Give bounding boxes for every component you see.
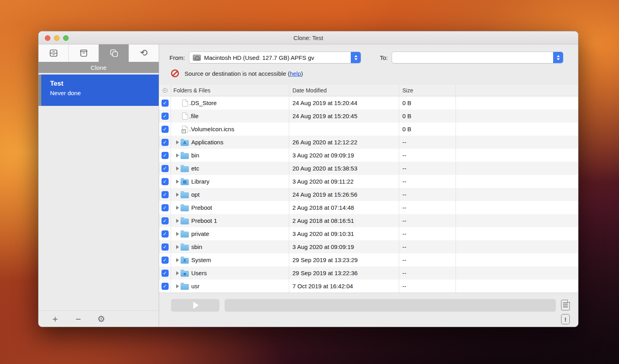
row-checkbox[interactable]: ✓ [161,243,169,251]
table-row[interactable]: ✓ Preboot 1 2 Aug 2018 at 08:16:51 -- [159,214,578,227]
item-date: 20 Aug 2020 at 15:38:53 [289,162,399,175]
row-checkbox[interactable]: ✓ [161,257,169,264]
sync-icon: ⟲ [140,48,148,57]
disclosure-triangle-icon[interactable] [174,271,181,275]
column-size[interactable]: Size [399,85,456,96]
item-size: 0 B [399,96,456,109]
table-row[interactable]: ✓ System 29 Sep 2019 at 13:23:29 -- [159,253,578,266]
item-size: -- [399,188,456,201]
checkmark-icon: ✓ [163,166,167,171]
item-icon [181,218,189,224]
item-size: -- [399,136,456,149]
item-icon [182,126,188,133]
disclosure-triangle-icon[interactable] [174,232,181,236]
tab-backup[interactable] [38,44,69,62]
column-folders-files[interactable]: Folders & Files [171,85,289,96]
disclosure-triangle-icon[interactable] [174,140,181,144]
window-titlebar[interactable]: Clone: Test [38,31,578,44]
clone-icon [109,48,119,58]
table-row[interactable]: ✓ sbin 3 Aug 2020 at 09:09:19 -- [159,240,578,253]
tab-archive[interactable] [69,44,99,62]
checkbox-column-header[interactable] [159,85,171,96]
sidebar-item-test[interactable]: Test Never done [38,75,159,106]
table-row[interactable]: ✓ Users 29 Sep 2019 at 13:22:36 -- [159,266,578,280]
table-row[interactable]: ✓ Preboot 2 Aug 2018 at 07:14:48 -- [159,201,578,214]
gear-icon[interactable]: ⚙ [96,315,107,324]
table-row[interactable]: ✓ bin 3 Aug 2020 at 09:09:19 -- [159,149,578,162]
item-date: 26 Aug 2020 at 12:12:22 [289,136,399,149]
table-row[interactable]: ✓ .DS_Store 24 Aug 2019 at 15:20:44 0 B [159,96,578,109]
minimize-window-button[interactable] [54,35,60,41]
to-dropdown[interactable] [392,52,563,63]
log-icon[interactable] [561,300,570,310]
item-date: 3 Aug 2020 at 09:10:31 [289,227,399,240]
row-checkbox[interactable]: ✓ [161,217,169,224]
file-table: ✓ .DS_Store 24 Aug 2019 at 15:20:44 0 B [159,96,578,293]
item-icon [181,179,189,185]
disclosure-triangle-icon[interactable] [174,180,181,184]
table-row[interactable]: ✓ opt 24 Aug 2019 at 15:26:56 -- [159,188,578,201]
table-row[interactable]: ✓ Applications 26 Aug 2020 at 12:12:22 -… [159,136,578,149]
disclosure-triangle-icon[interactable] [174,206,181,210]
remove-task-button[interactable]: − [73,314,84,324]
disclosure-triangle-icon[interactable] [174,258,181,262]
column-date-modified[interactable]: Date Modified [289,85,399,96]
item-size: -- [399,175,456,188]
item-date: 3 Aug 2020 at 09:11:22 [289,175,399,188]
table-row[interactable]: ✓ etc 20 Aug 2020 at 15:38:53 -- [159,162,578,175]
desktop-wallpaper: Clone: Test [0,0,619,364]
row-checkbox[interactable]: ✓ [161,191,169,198]
table-row[interactable]: ✓ .VolumeIcon.icns 0 B [159,123,578,136]
add-task-button[interactable]: + [50,314,61,324]
row-checkbox[interactable]: ✓ [161,113,169,120]
table-row[interactable]: ✓ usr 7 Oct 2019 at 16:42:04 -- [159,280,578,293]
tab-clone[interactable] [99,44,129,62]
main-panel: From: Macintosh HD (Used: 127.7 GB) APFS… [159,44,578,327]
table-row[interactable]: ✓ .file 24 Aug 2019 at 15:20:45 0 B [159,109,578,123]
tab-sync[interactable]: ⟲ [129,44,159,62]
section-header: Clone [38,62,159,73]
checkmark-icon: ✓ [163,218,167,224]
row-checkbox[interactable]: ✓ [161,270,169,277]
row-checkbox[interactable]: ✓ [161,283,169,290]
from-value: Macintosh HD (Used: 127.7 GB) APFS gv [201,54,351,61]
row-checkbox[interactable]: ✓ [161,204,169,211]
item-name: Preboot 1 [191,217,217,224]
row-checkbox[interactable]: ✓ [161,126,169,133]
item-date: 2 Aug 2018 at 07:14:48 [289,201,399,214]
row-checkbox[interactable]: ✓ [161,100,169,107]
help-link[interactable]: help [290,70,301,77]
disclosure-triangle-icon[interactable] [174,219,181,223]
row-checkbox[interactable]: ✓ [161,152,169,159]
disclosure-triangle-icon[interactable] [174,167,181,171]
checkmark-icon: ✓ [163,271,167,276]
item-icon [181,232,189,238]
item-name: Applications [191,139,223,146]
row-checkbox[interactable]: ✓ [161,139,169,146]
disclosure-triangle-icon[interactable] [174,245,181,249]
item-date: 24 Aug 2019 at 15:20:44 [289,96,399,109]
row-checkbox[interactable]: ✓ [161,178,169,185]
item-size: -- [399,214,456,227]
row-checkbox[interactable]: ✓ [161,230,169,238]
row-checkbox[interactable]: ✓ [161,165,169,172]
run-clone-button[interactable] [171,299,219,312]
item-size: -- [399,162,456,175]
disclosure-triangle-icon[interactable] [174,193,181,197]
disclosure-triangle-icon[interactable] [174,153,181,157]
item-date [289,123,399,136]
item-name: etc [191,165,199,172]
table-row[interactable]: ✓ private 3 Aug 2020 at 09:10:31 -- [159,227,578,240]
from-dropdown[interactable]: Macintosh HD (Used: 127.7 GB) APFS gv [189,52,361,63]
alert-icon[interactable]: ! [561,314,570,324]
table-row[interactable]: ✓ Library 3 Aug 2020 at 09:11:22 -- [159,175,578,188]
zoom-window-button[interactable] [63,35,69,41]
item-date: 29 Sep 2019 at 13:23:29 [289,253,399,266]
checkmark-icon: ✓ [163,192,167,197]
item-name: .VolumeIcon.icns [189,126,234,132]
item-icon [181,245,189,251]
sidebar-empty-area [38,106,159,310]
disclosure-triangle-icon[interactable] [174,284,181,288]
close-window-button[interactable] [45,35,50,41]
item-icon [181,140,189,146]
